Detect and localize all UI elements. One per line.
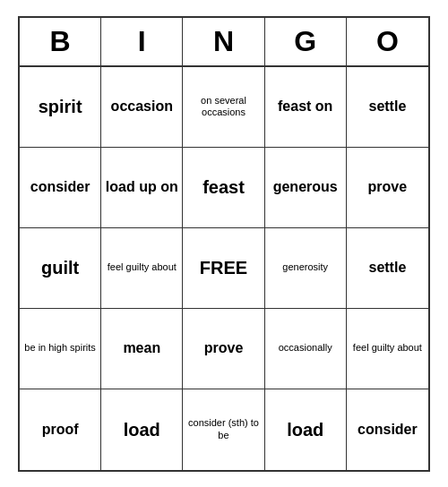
bingo-cell-7: feast (183, 148, 264, 228)
bingo-grid: spiritoccasionon several occasionsfeast … (20, 67, 428, 470)
bingo-cell-15: be in high spirits (20, 309, 101, 389)
bingo-cell-1: occasion (101, 67, 183, 148)
header-letter: O (347, 18, 428, 65)
bingo-cell-2: on several occasions (183, 67, 264, 148)
bingo-cell-16: mean (101, 309, 183, 389)
bingo-cell-4: settle (347, 67, 428, 148)
bingo-cell-23: load (265, 389, 347, 470)
bingo-card: BINGO spiritoccasionon several occasions… (18, 16, 430, 472)
bingo-cell-24: consider (347, 389, 428, 470)
bingo-cell-21: load (101, 389, 183, 470)
bingo-cell-12: FREE (183, 228, 264, 309)
bingo-cell-20: proof (20, 389, 101, 470)
bingo-cell-14: settle (347, 228, 428, 309)
bingo-cell-17: prove (183, 309, 264, 389)
bingo-cell-6: load up on (101, 148, 183, 228)
bingo-header: BINGO (20, 18, 428, 67)
header-letter: B (20, 18, 101, 65)
bingo-cell-9: prove (347, 148, 428, 228)
header-letter: N (183, 18, 264, 65)
bingo-cell-10: guilt (20, 228, 101, 309)
header-letter: I (101, 18, 183, 65)
bingo-cell-0: spirit (20, 67, 101, 148)
bingo-cell-22: consider (sth) to be (183, 389, 264, 470)
bingo-cell-11: feel guilty about (101, 228, 183, 309)
bingo-cell-18: occasionally (265, 309, 347, 389)
bingo-cell-5: consider (20, 148, 101, 228)
bingo-cell-19: feel guilty about (347, 309, 428, 389)
header-letter: G (265, 18, 347, 65)
bingo-cell-13: generosity (265, 228, 347, 309)
bingo-cell-3: feast on (265, 67, 347, 148)
bingo-cell-8: generous (265, 148, 347, 228)
